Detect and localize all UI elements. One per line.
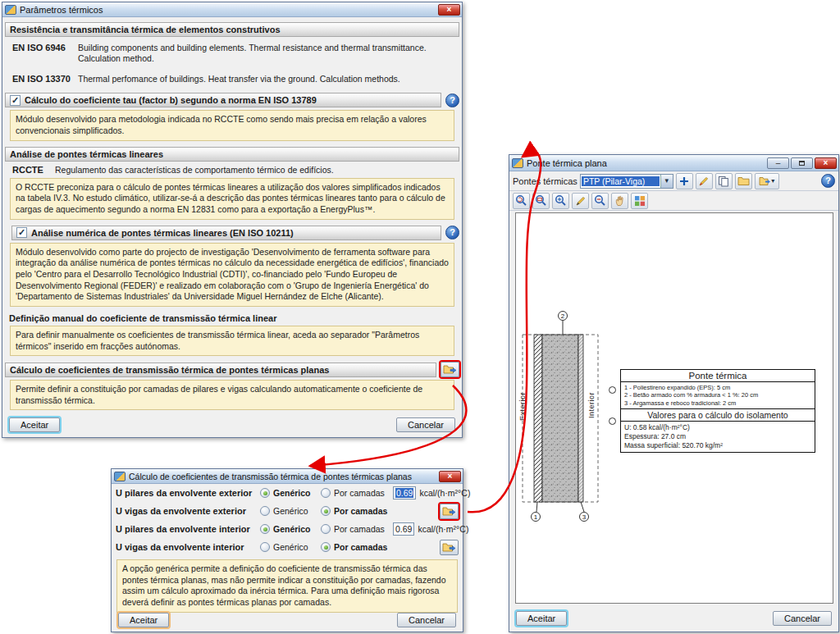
radio-icon bbox=[321, 488, 331, 498]
radio-icon bbox=[260, 542, 270, 552]
accept-button[interactable]: Aceitar bbox=[118, 613, 169, 627]
layer-marker: 1 bbox=[531, 512, 541, 522]
views-icon[interactable] bbox=[631, 193, 648, 209]
zoom-prev-icon[interactable] bbox=[591, 193, 609, 209]
row-u-vigas-exterior: U vigas da envolvente exterior Genérico … bbox=[112, 502, 463, 520]
value-row: U: 0.58 kcal/(h·m²°C) bbox=[624, 423, 811, 432]
edit-layers-button[interactable] bbox=[440, 540, 459, 555]
edit-layers-button[interactable] bbox=[440, 504, 459, 519]
close-icon[interactable]: × bbox=[815, 157, 837, 169]
ptp-select-label: Pontes térmicas bbox=[513, 176, 578, 186]
standard-en-iso-13370: EN ISO 13370 Thermal perfomance of build… bbox=[12, 74, 452, 84]
window-ponte-termica-plana: Ponte térmica plana – × Pontes térmicas … bbox=[509, 154, 839, 632]
rccte-info-box: O RCCTE preconiza para o cálculo de pont… bbox=[10, 178, 454, 220]
zoom-redraw-icon[interactable] bbox=[513, 193, 530, 209]
radio-por-camadas[interactable]: Por camadas bbox=[321, 524, 391, 534]
accept-button[interactable]: Aceitar bbox=[9, 417, 60, 432]
layer-row: 3 - Argamassa e reboco tradicional: 2 cm bbox=[624, 399, 811, 407]
app-icon bbox=[114, 472, 126, 481]
help-icon[interactable]: ? bbox=[445, 226, 459, 239]
layer-row: 1 - Poliestireno expandido (EPS): 5 cm bbox=[624, 384, 811, 391]
u-value-field[interactable]: 0.69 bbox=[393, 522, 414, 536]
radio-generico[interactable]: Genérico bbox=[260, 488, 321, 498]
exterior-label: Exterior bbox=[518, 392, 527, 421]
cancel-button[interactable]: Cancelar bbox=[773, 611, 832, 626]
section-resistance-header: Resistência e transmitância térmica de e… bbox=[5, 22, 459, 37]
toolbar-main: Pontes térmicas PTP (Pilar-Viga) ▾ ▾ ? bbox=[509, 171, 838, 191]
radio-por-camadas[interactable]: Por camadas bbox=[321, 488, 391, 498]
row-u-pilares-exterior: U pilares da envolvente exterior Genéric… bbox=[112, 484, 463, 502]
tau-info-box: Módulo desenvolvido para metodologia ind… bbox=[10, 110, 454, 140]
folder-arrow-icon bbox=[442, 542, 456, 553]
chevron-down-icon: ▾ bbox=[771, 177, 774, 185]
copy-icon[interactable] bbox=[715, 173, 733, 189]
open-ptp-button[interactable] bbox=[441, 362, 459, 377]
tau-checkbox[interactable]: ✓ bbox=[10, 95, 21, 106]
interior-label: Interior bbox=[587, 392, 596, 418]
radio-por-camadas[interactable]: Por camadas bbox=[321, 506, 391, 516]
radio-icon bbox=[321, 542, 331, 552]
radio-icon bbox=[260, 524, 270, 534]
manual-definition-header: Definição manual do coeficiente de trans… bbox=[9, 313, 455, 323]
manual-info-box: Para definir manualmente os coeficientes… bbox=[10, 326, 454, 356]
folder-arrow-icon bbox=[443, 364, 457, 375]
unit-label: kcal/(h·m²°C) bbox=[418, 524, 468, 534]
accept-button[interactable]: Aceitar bbox=[516, 611, 567, 626]
titlebar[interactable]: Cálculo de coeficientes de transmissão t… bbox=[112, 469, 463, 484]
table-title: Ponte térmica bbox=[621, 370, 815, 382]
section-linear-header: Análise de pontes térmicas lineares bbox=[5, 147, 459, 162]
minimize-icon[interactable]: – bbox=[767, 157, 789, 169]
zoom-inout-icon[interactable] bbox=[552, 193, 569, 209]
window-title: Ponte térmica plana bbox=[527, 158, 765, 168]
unit-label: kcal/(h·m²°C) bbox=[419, 488, 470, 498]
edit-icon[interactable] bbox=[696, 173, 713, 189]
window-title: Parâmetros térmicos bbox=[20, 5, 436, 15]
radio-generico[interactable]: Genérico bbox=[260, 524, 321, 534]
add-icon[interactable] bbox=[676, 173, 693, 189]
values-title: Valores para o cálculo do isolamento bbox=[621, 409, 815, 422]
numeric-info-box: Módulo desenvolvido como parte do projec… bbox=[10, 243, 454, 307]
radio-por-camadas[interactable]: Por camadas bbox=[321, 542, 391, 552]
generic-info-box: A opção genérica permite a definição do … bbox=[116, 559, 458, 613]
measure-icon[interactable] bbox=[572, 193, 589, 209]
callout-circle bbox=[609, 386, 616, 394]
row-u-vigas-interior: U vigas da envolvente interior Genérico … bbox=[112, 538, 463, 556]
help-icon[interactable]: ? bbox=[821, 174, 835, 188]
help-icon[interactable]: ? bbox=[445, 94, 459, 107]
radio-icon bbox=[321, 524, 331, 534]
tau-checkbox-bar: ✓ Cálculo do coeficiente tau (factor b) … bbox=[5, 93, 441, 107]
radio-icon bbox=[321, 506, 331, 516]
u-value-field[interactable]: 0.69 bbox=[393, 486, 416, 499]
maximize-icon[interactable] bbox=[791, 157, 813, 169]
titlebar[interactable]: Parâmetros térmicos × bbox=[2, 2, 462, 17]
close-icon[interactable]: × bbox=[439, 471, 461, 482]
titlebar[interactable]: Ponte térmica plana – × bbox=[509, 155, 838, 171]
ptp-summary-table: Ponte térmica 1 - Poliestireno expandido… bbox=[620, 369, 815, 453]
zoom-window-icon[interactable] bbox=[532, 193, 550, 209]
cancel-button[interactable]: Cancelar bbox=[396, 417, 455, 432]
rccte-row: RCCTE Regulamento das características de… bbox=[12, 165, 452, 176]
numeric-checkbox-bar: ✓ Análise numérica de pontes térmicas li… bbox=[11, 226, 441, 240]
cancel-button[interactable]: Cancelar bbox=[397, 613, 456, 627]
layer-marker: 3 bbox=[579, 512, 589, 522]
layer-marker: 2 bbox=[558, 311, 568, 321]
app-icon bbox=[512, 158, 523, 168]
value-row: Massa superficial: 520.70 kg/m² bbox=[624, 441, 811, 450]
callout-circle bbox=[609, 417, 616, 425]
chevron-down-icon: ▾ bbox=[660, 175, 673, 188]
close-icon[interactable]: × bbox=[438, 4, 460, 16]
window-parametros-termicos: Parâmetros térmicos × Resistência e tran… bbox=[2, 2, 463, 438]
open-folder-icon[interactable] bbox=[735, 173, 752, 189]
radio-icon bbox=[260, 506, 270, 516]
layer-row: 2 - Betão armado com % armadura < 1 %: 2… bbox=[624, 391, 811, 399]
import-export-icon[interactable]: ▾ bbox=[755, 173, 779, 189]
radio-generico[interactable]: Genérico bbox=[260, 506, 321, 516]
pan-icon[interactable] bbox=[611, 193, 628, 209]
numeric-checkbox[interactable]: ✓ bbox=[16, 227, 27, 238]
app-icon bbox=[5, 5, 16, 15]
radio-generico[interactable]: Genérico bbox=[260, 542, 321, 552]
drawing-canvas[interactable]: 2 1 3 Exterior Interior Ponte térmica 1 … bbox=[515, 212, 833, 604]
ptp-select[interactable]: PTP (Pilar-Viga) ▾ bbox=[580, 174, 673, 189]
section-ptp-header: Cálculo de coeficientes de transmissão t… bbox=[5, 363, 436, 377]
ptp-info-box: Permite definir a constituição por camad… bbox=[10, 380, 454, 410]
